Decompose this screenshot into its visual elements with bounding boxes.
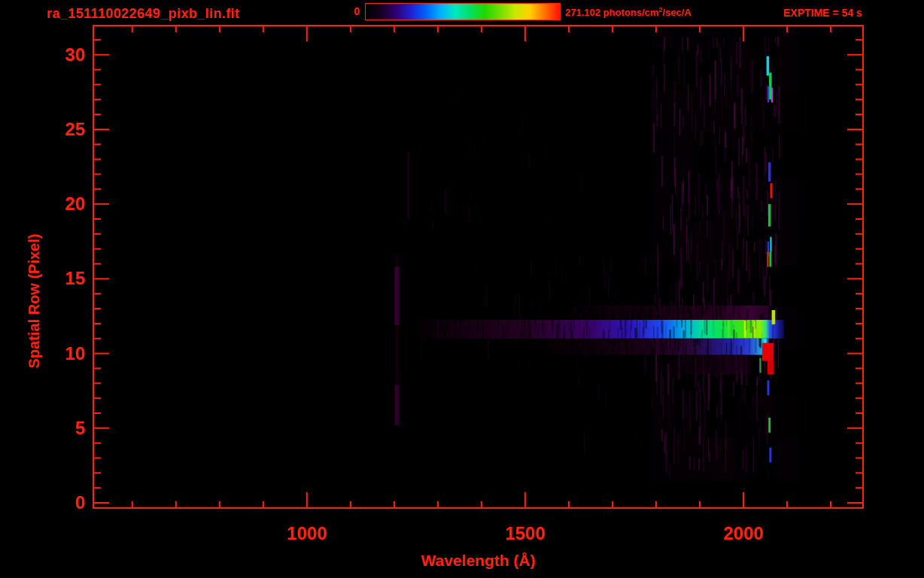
colorbar — [365, 3, 561, 20]
y-tick-label-15: 15 — [40, 268, 85, 289]
y-tick-label-25: 25 — [40, 119, 85, 140]
y-tick-label-5: 5 — [40, 418, 85, 439]
x-tick-label-1000: 1000 — [262, 523, 352, 544]
x-tick-label-1500: 1500 — [480, 523, 570, 544]
colorbar-min-label: 0 — [315, 5, 360, 17]
x-axis-title: Wavelength (Å) — [93, 552, 864, 570]
colorbar-max-label: 271.102 photons/cm2/sec/A — [565, 6, 691, 18]
x-tick-label-2000: 2000 — [698, 523, 789, 544]
colorbar-max-value: 271.102 — [565, 7, 600, 18]
plot-title: ra_151110022649_pixb_lin.fit — [47, 6, 239, 22]
spectrogram-image — [93, 25, 864, 509]
y-tick-label-20: 20 — [40, 193, 85, 214]
colorbar-units-prefix: photons/cm — [600, 7, 658, 18]
y-tick-label-10: 10 — [40, 343, 85, 364]
plot-area — [93, 25, 864, 509]
spectrogram-window: ra_151110022649_pixb_lin.fit 0 271.102 p… — [0, 0, 924, 578]
y-tick-label-0: 0 — [40, 492, 85, 513]
exptime-label: EXPTIME = 54 s — [783, 7, 862, 19]
colorbar-units-suffix: /sec/A — [662, 7, 691, 18]
y-tick-label-30: 30 — [40, 44, 85, 65]
